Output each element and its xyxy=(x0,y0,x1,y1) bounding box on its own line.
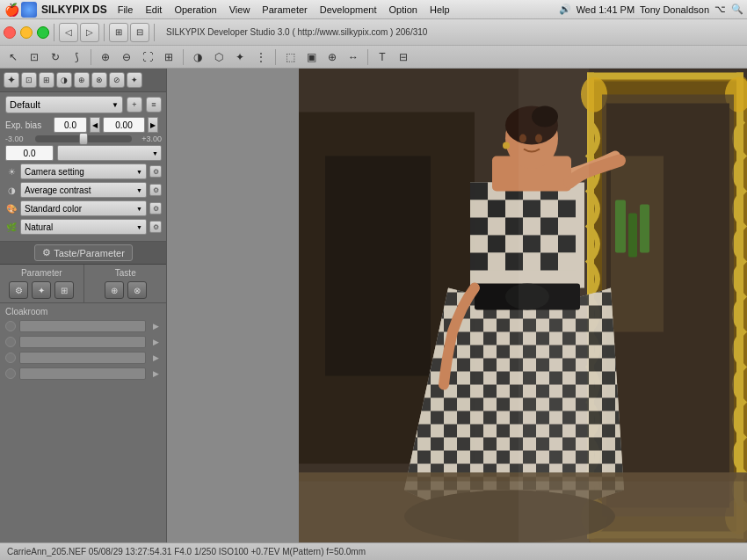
main-area: ✦ ⊡ ⊞ ◑ ⊕ ⊗ ⊘ ✦ Default + ≡ xyxy=(0,69,747,542)
preset-options-btn[interactable]: ≡ xyxy=(146,97,162,113)
image-area[interactable] xyxy=(167,69,747,542)
param-icon-1[interactable]: ⚙ xyxy=(9,281,28,299)
exp-bias-input1[interactable]: 0.0 xyxy=(54,117,87,133)
menu-file[interactable]: File xyxy=(112,3,139,17)
cloak-radio-4[interactable] xyxy=(5,368,16,379)
tool-misc2[interactable]: ▣ xyxy=(301,47,321,67)
maximize-btn[interactable] xyxy=(37,26,49,39)
taste-icon-1[interactable]: ⊕ xyxy=(105,281,124,299)
taste-param-btn[interactable]: ⚙ Taste/Parameter xyxy=(34,244,133,261)
svg-rect-51 xyxy=(488,253,505,271)
toolbar-grid2[interactable]: ⊟ xyxy=(130,23,149,42)
natural-btn[interactable]: ⚙ xyxy=(149,221,162,233)
toolbar-btn-1[interactable]: ◁ xyxy=(59,23,78,42)
taste-icon-2[interactable]: ⊗ xyxy=(127,281,147,299)
tool-color[interactable]: ⬡ xyxy=(209,47,228,67)
left-panel: ✦ ⊡ ⊞ ◑ ⊕ ⊗ ⊘ ✦ Default + ≡ xyxy=(0,69,167,542)
camera-setting-btn[interactable]: ⚙ xyxy=(149,165,162,178)
camera-setting-row: ☀ Camera setting ⚙ xyxy=(5,164,162,179)
separator2 xyxy=(104,24,105,41)
toolbar-grid[interactable]: ⊞ xyxy=(109,23,128,42)
tool-crop[interactable]: ⊡ xyxy=(25,47,44,67)
tool-text[interactable]: T xyxy=(373,47,392,67)
tool-arrow[interactable]: ↖ xyxy=(4,47,23,67)
panel-tool-7[interactable]: ⊘ xyxy=(109,72,125,88)
photo-container[interactable] xyxy=(299,69,747,542)
exp-bias-input2[interactable]: 0.00 xyxy=(103,117,145,133)
cloak-radio-1[interactable] xyxy=(5,321,16,331)
contrast-btn[interactable]: ⚙ xyxy=(149,184,162,196)
panel-tool-6[interactable]: ⊗ xyxy=(91,72,107,88)
tool-rotate[interactable]: ↻ xyxy=(46,47,65,67)
statusbar: CarrieAnn_205.NEF 05/08/29 13:27:54.31 F… xyxy=(0,542,747,560)
param-header: Parameter xyxy=(4,268,80,278)
preset-row: Default + ≡ xyxy=(5,96,162,113)
tool-misc5[interactable]: ⊟ xyxy=(394,47,413,67)
panel-tool-1[interactable]: ✦ xyxy=(4,72,19,88)
menu-option[interactable]: Option xyxy=(384,3,423,17)
menu-view[interactable]: View xyxy=(224,3,256,17)
panel-tool-8[interactable]: ✦ xyxy=(127,72,142,88)
tool-actual[interactable]: ⊞ xyxy=(159,47,178,67)
apple-menu[interactable]: 🍎 xyxy=(4,2,19,18)
separator1 xyxy=(54,24,54,41)
volume-icon[interactable]: 🔊 xyxy=(559,4,571,15)
main-toolbar: ◁ ▷ ⊞ ⊟ SILKYPIX Developer Studio 3.0 ( … xyxy=(0,19,747,46)
panel-tool-2[interactable]: ⊡ xyxy=(21,72,37,88)
taste-column: Taste ⊕ ⊗ xyxy=(84,265,168,302)
preset-add-btn[interactable]: + xyxy=(127,97,142,113)
status-text: CarrieAnn_205.NEF 05/08/29 13:27:54.31 F… xyxy=(7,547,366,556)
close-btn[interactable] xyxy=(4,26,16,39)
tool-zoom-in[interactable]: ⊕ xyxy=(96,47,115,67)
svg-point-69 xyxy=(503,142,510,149)
cloak-arrow-2[interactable]: ▶ xyxy=(149,336,162,348)
search-icon[interactable]: 🔍 xyxy=(731,4,743,15)
exp-slider[interactable] xyxy=(35,135,132,142)
preset-dropdown[interactable]: Default xyxy=(5,96,123,113)
tool-eyedropper[interactable]: ⟆ xyxy=(67,47,86,67)
panel-tool-5[interactable]: ⊕ xyxy=(74,72,90,88)
tool-zoom-out[interactable]: ⊖ xyxy=(117,47,136,67)
color-dropdown[interactable]: Standard color xyxy=(20,200,147,216)
param-column: Parameter ⚙ ✦ ⊞ xyxy=(0,265,84,302)
menu-help[interactable]: Help xyxy=(424,3,455,17)
menu-parameter[interactable]: Parameter xyxy=(257,3,312,17)
svg-rect-22 xyxy=(628,214,637,258)
cloak-arrow-1[interactable]: ▶ xyxy=(149,320,162,332)
slider-min-label: -3.00 xyxy=(5,135,32,143)
toolbar-btn-2[interactable]: ▷ xyxy=(80,23,99,42)
slider-value-input[interactable]: 0.0 xyxy=(5,145,54,161)
natural-dropdown[interactable]: Natural xyxy=(20,219,147,235)
menu-operation[interactable]: Operation xyxy=(169,3,221,17)
cloak-radio-2[interactable] xyxy=(5,337,16,347)
taste-icons: ⊕ ⊗ xyxy=(88,281,164,299)
contrast-dropdown[interactable]: Average contrast xyxy=(20,182,147,198)
panel-tool-3[interactable]: ⊞ xyxy=(39,72,54,88)
cloak-radio-3[interactable] xyxy=(5,353,16,363)
tool-noise[interactable]: ⋮ xyxy=(251,47,271,67)
exp-dec-btn[interactable]: ◀ xyxy=(90,117,100,133)
app-icon xyxy=(21,2,37,18)
color-btn[interactable]: ⚙ xyxy=(149,202,162,215)
tool-sharpen[interactable]: ✦ xyxy=(230,47,250,67)
main-photo-svg xyxy=(299,69,747,542)
menu-right-area: 🔊 Wed 1:41 PM Tony Donaldson ⌥ 🔍 xyxy=(559,4,743,15)
slider-thumb[interactable] xyxy=(79,133,88,145)
tool-exposure[interactable]: ◑ xyxy=(188,47,207,67)
tool-fit[interactable]: ⛶ xyxy=(138,47,157,67)
taste-header: Taste xyxy=(88,268,164,278)
cloak-arrow-4[interactable]: ▶ xyxy=(149,367,162,380)
tool-misc1[interactable]: ⬚ xyxy=(280,47,300,67)
menu-development[interactable]: Development xyxy=(315,3,382,17)
cloak-arrow-3[interactable]: ▶ xyxy=(149,352,162,364)
minimize-btn[interactable] xyxy=(20,26,33,39)
menu-edit[interactable]: Edit xyxy=(140,3,167,17)
value-dropdown[interactable] xyxy=(57,145,162,161)
camera-setting-dropdown[interactable]: Camera setting xyxy=(20,164,147,179)
param-icon-3[interactable]: ⊞ xyxy=(54,281,74,299)
tool-misc3[interactable]: ⊕ xyxy=(323,47,342,67)
param-icon-2[interactable]: ✦ xyxy=(32,281,51,299)
tool-misc4[interactable]: ↔ xyxy=(344,47,363,67)
panel-tool-4[interactable]: ◑ xyxy=(56,72,72,88)
exp-inc-btn[interactable]: ▶ xyxy=(148,117,158,133)
